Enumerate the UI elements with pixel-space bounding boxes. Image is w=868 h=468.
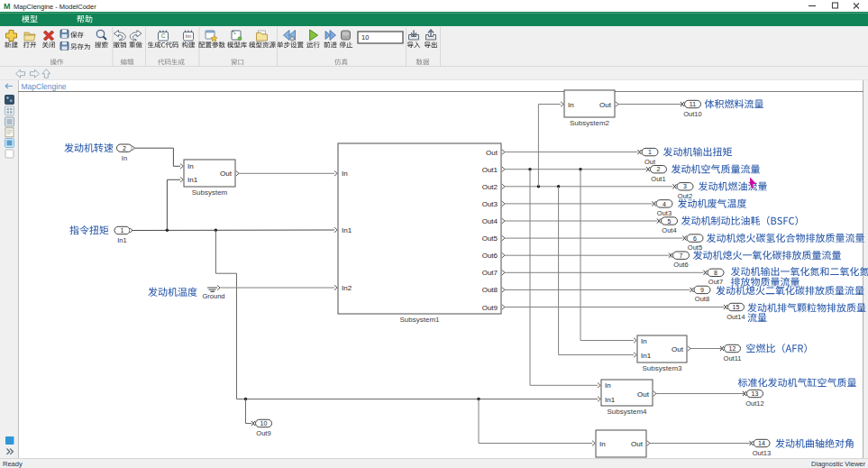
svg-text:2: 2: [123, 145, 126, 151]
svg-text:Out10: Out10: [683, 110, 701, 118]
svg-text:Out1: Out1: [651, 175, 665, 183]
svg-text:Out7: Out7: [708, 278, 723, 286]
svg-text:Out: Out: [599, 101, 612, 109]
svg-text:5: 5: [668, 218, 672, 225]
svg-text:In: In: [605, 381, 611, 390]
svg-text:Subsystem2: Subsystem2: [570, 119, 610, 127]
svg-text:10: 10: [361, 33, 369, 41]
svg-text:Out4: Out4: [482, 217, 498, 225]
svg-text:2: 2: [657, 166, 661, 172]
svg-text:Out8: Out8: [482, 286, 498, 294]
svg-text:11: 11: [690, 101, 696, 107]
svg-text:Out2: Out2: [678, 192, 692, 200]
svg-text:14: 14: [758, 440, 765, 446]
svg-text:In1: In1: [605, 396, 616, 404]
svg-text:In: In: [187, 162, 194, 170]
svg-text:In: In: [342, 170, 348, 178]
svg-text:bin: bin: [186, 33, 192, 39]
svg-text:Out: Out: [631, 440, 644, 448]
svg-text:In: In: [641, 337, 647, 345]
svg-text:8: 8: [714, 270, 717, 276]
svg-text:Out6: Out6: [673, 261, 688, 269]
svg-text:Out9: Out9: [256, 429, 270, 437]
svg-text:Out9: Out9: [482, 304, 498, 312]
svg-text:MapClengine - ModelCoder: MapClengine - ModelCoder: [14, 3, 96, 11]
svg-text:In1: In1: [187, 176, 198, 184]
svg-text:Out12: Out12: [745, 399, 763, 408]
svg-text:10: 10: [260, 420, 268, 427]
svg-text:M: M: [4, 2, 11, 11]
svg-text:Ready: Ready: [3, 460, 23, 468]
svg-text:Out14: Out14: [726, 313, 745, 321]
svg-text:Out: Out: [220, 170, 233, 178]
svg-text:Out: Out: [486, 149, 498, 157]
svg-text:4: 4: [662, 201, 666, 207]
svg-text:Out: Out: [637, 390, 650, 399]
svg-text:Ground: Ground: [202, 292, 224, 300]
svg-text:Out11: Out11: [724, 354, 742, 362]
svg-text:13: 13: [752, 390, 759, 397]
svg-text:Out13: Out13: [753, 449, 771, 457]
svg-text:In2: In2: [342, 284, 352, 292]
svg-text:3: 3: [683, 183, 687, 189]
svg-text:Out: Out: [672, 345, 684, 353]
svg-text:Subsystem3: Subsystem3: [642, 364, 682, 372]
svg-text:Out8: Out8: [695, 295, 709, 303]
svg-text:Out: Out: [644, 158, 656, 166]
svg-text:In: In: [122, 154, 127, 162]
svg-text:Out5: Out5: [482, 234, 498, 243]
svg-text:Out3: Out3: [482, 200, 498, 208]
svg-text:Subsystem1: Subsystem1: [399, 316, 440, 324]
svg-text:In: In: [568, 101, 574, 109]
svg-text:9: 9: [700, 287, 704, 293]
svg-text:7: 7: [680, 252, 683, 259]
svg-text:Diagnostic Viewer: Diagnostic Viewer: [811, 460, 865, 468]
svg-text:1: 1: [648, 149, 652, 155]
svg-text:15: 15: [733, 304, 740, 310]
svg-text:Out1: Out1: [482, 166, 498, 174]
svg-text:Out3: Out3: [657, 209, 672, 217]
svg-text:Out7: Out7: [482, 269, 498, 277]
svg-text:Out4: Out4: [662, 226, 676, 234]
svg-text:C: C: [161, 32, 166, 39]
svg-text:Subsystem4: Subsystem4: [607, 408, 647, 416]
svg-text:1: 1: [121, 227, 124, 234]
svg-text:Out6: Out6: [482, 252, 498, 260]
svg-text:12: 12: [729, 345, 736, 352]
svg-text:Subsystem: Subsystem: [192, 188, 228, 197]
svg-text:In1: In1: [342, 226, 352, 234]
svg-text:Out5: Out5: [688, 243, 702, 252]
svg-text:MapClengine: MapClengine: [22, 82, 67, 91]
svg-text:6: 6: [693, 235, 697, 242]
svg-text:Out2: Out2: [482, 183, 498, 191]
svg-text:In1: In1: [117, 236, 126, 244]
svg-text:In: In: [599, 440, 606, 448]
svg-text:In1: In1: [641, 352, 652, 360]
